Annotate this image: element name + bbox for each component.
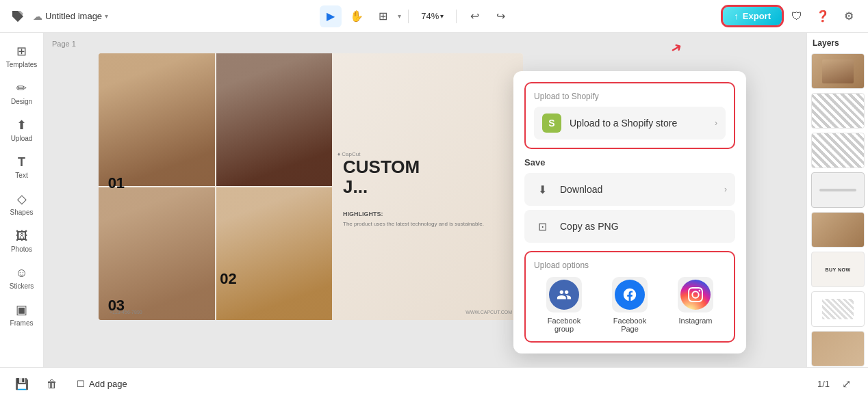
- export-dropdown: Upload to Shopify S Upload to a Shopify …: [513, 71, 746, 354]
- select-tool-btn[interactable]: ▶: [320, 5, 342, 27]
- layer-thumb-2[interactable]: [811, 93, 865, 129]
- facebook-group-label: Facebookgroup: [548, 317, 580, 333]
- design-icon: ✏: [16, 81, 27, 96]
- sidebar-item-templates[interactable]: ⊞ Templates: [3, 38, 41, 74]
- fb-page-icon: [615, 280, 645, 310]
- photo-cell-4: [216, 187, 333, 320]
- layer-thumb-1[interactable]: [811, 53, 865, 89]
- copy-png-label: Copy as PNG: [560, 221, 727, 232]
- layer-thumb-4[interactable]: [811, 172, 865, 208]
- doc-title-chevron: ▾: [105, 12, 108, 20]
- sidebar-item-stickers[interactable]: ☺ Stickers: [3, 260, 41, 295]
- canvas-text-area: ♦ CapCut CUSTOM J... HIGHLIGHTS: The pro…: [332, 53, 523, 320]
- topbar-right: ↑ Export 🛡 ❓ ⚙: [723, 5, 860, 27]
- sidebar-item-design[interactable]: ✏ Design: [3, 75, 41, 111]
- save-title: Save: [524, 157, 735, 168]
- frame-tool-btn[interactable]: ⊞: [372, 5, 394, 27]
- upload-options-title: Upload options: [534, 261, 726, 270]
- shopify-chevron-icon: ›: [715, 118, 717, 128]
- photo-grid: [99, 53, 332, 320]
- undo-btn[interactable]: ↩: [463, 5, 485, 27]
- export-upload-icon: ↑: [734, 11, 739, 21]
- canvas-inner: 01 02 03 ♦ CapCut CUSTOM J... HIGHLIGHTS…: [99, 53, 523, 320]
- facebook-page-circle: [612, 277, 648, 312]
- help-icon-btn[interactable]: ❓: [812, 5, 834, 27]
- zoom-control[interactable]: 74% ▾: [416, 8, 449, 24]
- sidebar-item-upload[interactable]: ⬆ Upload: [3, 112, 41, 148]
- delete-btn[interactable]: 🗑: [41, 373, 63, 395]
- save-to-disk-btn[interactable]: 💾: [11, 373, 33, 395]
- sidebar-item-shapes[interactable]: ◇ Shapes: [3, 186, 41, 222]
- layer-thumb-3[interactable]: [811, 133, 865, 168]
- cloud-icon: ☁: [33, 11, 42, 22]
- sidebar-item-text[interactable]: T Text: [3, 149, 41, 185]
- shield-icon-btn[interactable]: 🛡: [786, 5, 808, 27]
- copy-png-item[interactable]: ⊡ Copy as PNG: [524, 210, 735, 243]
- shopify-upload-item[interactable]: S Upload to a Shopify store ›: [534, 107, 726, 139]
- canvas-photo-area: 01 02 03: [99, 53, 332, 320]
- doc-title-text: Untitled image: [45, 11, 102, 21]
- facebook-group-item[interactable]: Facebookgroup: [534, 277, 594, 333]
- zoom-level: 74%: [421, 11, 439, 21]
- sidebar-item-design-label: Design: [11, 98, 32, 105]
- layer-thumb-7[interactable]: [811, 291, 865, 327]
- divider-1: [408, 10, 409, 23]
- layer-thumb-6[interactable]: BUY NOW: [811, 252, 865, 287]
- frame-chevron-icon: ▾: [398, 12, 401, 20]
- highlights-label: HIGHLIGHTS:: [343, 211, 512, 217]
- add-page-icon: ☐: [77, 379, 85, 389]
- footer-website: WWW.CAPCUT.COM: [465, 310, 512, 315]
- sidebar-item-text-label: Text: [15, 172, 27, 179]
- redo-btn[interactable]: ↪: [489, 5, 511, 27]
- main-layout: ⊞ Templates ✏ Design ⬆ Upload T Text ◇ S…: [0, 33, 868, 367]
- templates-icon: ⊞: [16, 44, 27, 59]
- canvas-area[interactable]: Page 1: [44, 33, 806, 367]
- save-section: Save ⬇ Download › ⊡ Copy as PNG: [524, 157, 735, 243]
- expand-btn[interactable]: ⤢: [835, 373, 857, 395]
- bottom-bar: 💾 🗑 ☐ Add page 1/1 ⤢: [0, 367, 868, 400]
- shopify-section-title: Upload to Shopify: [534, 92, 726, 101]
- arrow-to-export: ➜: [667, 38, 685, 57]
- sidebar-item-upload-label: Upload: [11, 135, 33, 142]
- instagram-item[interactable]: Instagram: [665, 277, 726, 333]
- custom-subtitle: J...: [343, 177, 512, 197]
- fb-group-icon: [549, 280, 579, 310]
- canvas-content: 01 02 03 ♦ CapCut CUSTOM J... HIGHLIGHTS…: [99, 53, 523, 320]
- sidebar-item-photos[interactable]: 🖼 Photos: [3, 223, 41, 258]
- sidebar-item-frames[interactable]: ▣ Frames: [3, 297, 41, 332]
- layer-thumb-5[interactable]: [811, 212, 865, 248]
- download-item[interactable]: ⬇ Download ›: [524, 173, 735, 206]
- upload-options-section: Upload options Facebookgroup: [524, 251, 735, 343]
- footer-phone: +123-456-7890: [110, 310, 142, 315]
- layers-title: Layers: [811, 38, 864, 48]
- upload-icon: ⬆: [16, 118, 27, 133]
- num-01: 01: [108, 174, 125, 192]
- download-label: Download: [560, 184, 716, 195]
- page-indicator: 1/1: [817, 379, 830, 389]
- highlights-text: The product uses the latest technology a…: [343, 220, 512, 228]
- photos-icon: 🖼: [16, 229, 28, 243]
- sidebar-item-stickers-label: Stickers: [10, 282, 34, 290]
- instagram-icon: [680, 280, 711, 310]
- canvas-footer: +123-456-7890 WWW.CAPCUT.COM: [99, 310, 523, 315]
- layer-thumb-8[interactable]: [811, 331, 865, 366]
- shopify-item-label: Upload to a Shopify store: [570, 118, 706, 129]
- instagram-label: Instagram: [679, 317, 713, 325]
- add-page-button[interactable]: ☐ Add page: [71, 376, 133, 392]
- buy-now-text: BUY NOW: [825, 267, 850, 272]
- add-page-label: Add page: [89, 379, 127, 389]
- download-icon: ⬇: [533, 180, 552, 199]
- zoom-chevron-icon: ▾: [440, 12, 444, 20]
- shopify-icon: S: [542, 114, 561, 133]
- settings-icon-btn[interactable]: ⚙: [838, 5, 860, 27]
- app-logo[interactable]: [8, 7, 27, 26]
- capcut-badge: ♦ CapCut: [337, 151, 507, 157]
- social-buttons: Facebookgroup FacebookPage: [534, 277, 726, 333]
- frames-icon: ▣: [16, 302, 27, 317]
- doc-title[interactable]: ☁ Untitled image ▾: [33, 11, 108, 22]
- hand-tool-btn[interactable]: ✋: [346, 5, 368, 27]
- stickers-icon: ☺: [15, 266, 27, 280]
- facebook-page-item[interactable]: FacebookPage: [600, 277, 660, 333]
- sidebar-item-templates-label: Templates: [6, 61, 38, 68]
- export-button[interactable]: ↑ Export: [723, 7, 782, 25]
